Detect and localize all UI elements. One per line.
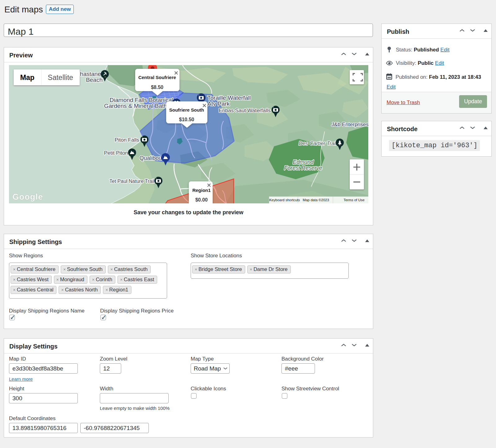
svg-text:+: + — [141, 135, 143, 138]
svg-text:Gardens & Mineral Baths: Gardens & Mineral Baths — [104, 103, 170, 109]
svg-text:J&b Enterprises: J&b Enterprises — [331, 122, 368, 127]
svg-text:Tet Paul Nature Trail: Tet Paul Nature Trail — [109, 179, 154, 184]
svg-text:Soufriere South: Soufriere South — [169, 107, 204, 113]
svg-text:Beach: Beach — [86, 77, 103, 83]
svg-text:Petit Piton: Petit Piton — [104, 150, 128, 156]
svg-text:Keyboard shortcuts: Keyboard shortcuts — [269, 198, 300, 202]
svg-text:Map data ©2023: Map data ©2023 — [303, 198, 329, 202]
svg-text:Des Cartier Trail: Des Cartier Trail — [299, 140, 337, 146]
svg-text:$8.50: $8.50 — [151, 85, 163, 90]
svg-text:$10.50: $10.50 — [179, 117, 194, 122]
svg-text:Qualibou: Qualibou — [140, 155, 162, 161]
svg-text:Piton Falls: Piton Falls — [115, 137, 139, 143]
svg-text:$0.00: $0.00 — [195, 197, 208, 202]
svg-text:Forest Reserve: Forest Reserve — [284, 165, 322, 171]
svg-text:Google: Google — [12, 192, 43, 202]
svg-text:Toraille Waterfall: Toraille Waterfall — [207, 95, 251, 101]
svg-text:Diamond Falls Botanical: Diamond Falls Botanical — [110, 97, 173, 103]
svg-text:Enbas Saut Waterfalls: Enbas Saut Waterfalls — [219, 108, 271, 113]
svg-text:+: + — [198, 94, 200, 96]
svg-text:+: + — [272, 106, 274, 109]
svg-text:Edmund: Edmund — [293, 159, 314, 165]
svg-text:Satellite: Satellite — [48, 73, 73, 82]
svg-text:Terms of Use: Terms of Use — [343, 198, 365, 202]
svg-text:+: + — [155, 177, 157, 180]
svg-text:hastanet: hastanet — [80, 71, 103, 77]
svg-text:Central Soufriere: Central Soufriere — [138, 75, 176, 80]
svg-text:Region1: Region1 — [192, 188, 210, 193]
svg-text:Atv Park: Atv Park — [207, 100, 230, 107]
svg-text:Map: Map — [20, 73, 34, 82]
